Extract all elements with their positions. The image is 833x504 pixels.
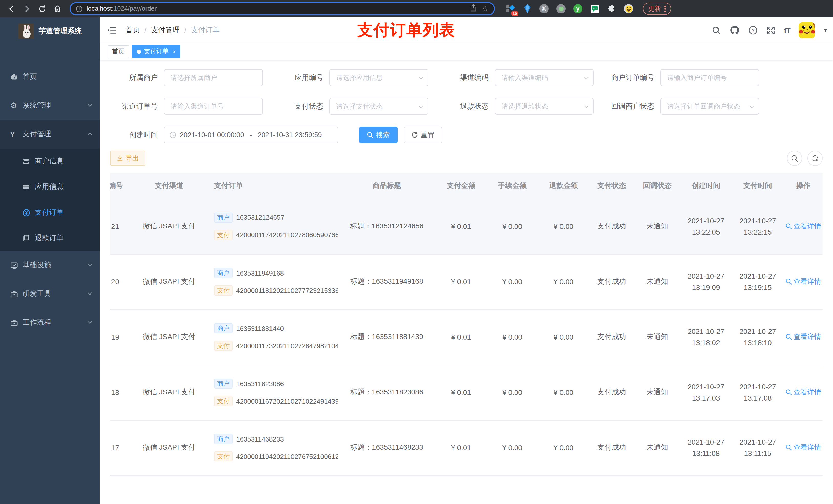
filter-label: 创建时间 bbox=[110, 130, 164, 140]
extension-y-icon[interactable]: y bbox=[573, 4, 583, 14]
breadcrumb-current: 支付订单 bbox=[191, 26, 220, 35]
orders-table: 编号 支付渠道 支付订单 商品标题 支付金额 手续金额 退款金额 支付状态 回调… bbox=[110, 173, 823, 504]
github-icon[interactable] bbox=[730, 25, 740, 35]
browser-update-button[interactable]: 更新 bbox=[643, 3, 671, 15]
view-detail-link[interactable]: 查看详情 bbox=[785, 388, 821, 397]
merchant-select-input[interactable] bbox=[164, 69, 263, 86]
breadcrumb-home[interactable]: 首页 bbox=[125, 26, 140, 35]
browser-reload-button[interactable] bbox=[36, 3, 48, 15]
view-detail-link[interactable]: 查看详情 bbox=[785, 277, 821, 286]
sidebar-item-label: 支付管理 bbox=[23, 129, 87, 139]
export-button[interactable]: 导出 bbox=[110, 150, 145, 166]
sidebar-item-devtools[interactable]: 研发工具 bbox=[0, 280, 100, 308]
tags-view: 首页 支付订单 × bbox=[100, 43, 833, 61]
share-icon[interactable] bbox=[470, 4, 477, 14]
refund-amount: ¥ 0.00 bbox=[538, 309, 589, 365]
reset-button[interactable]: 重置 bbox=[404, 126, 442, 143]
pay-amount: ¥ 0.01 bbox=[435, 199, 487, 254]
paid-time: 2021-10-2713:18:10 bbox=[732, 309, 784, 365]
font-size-icon[interactable]: tT bbox=[784, 26, 790, 34]
merchant-tag: 商户 bbox=[214, 379, 233, 389]
extension-gem-icon[interactable] bbox=[522, 4, 532, 14]
page-title-annotation: 支付订单列表 bbox=[357, 20, 455, 41]
sidebar-item-label: 应用信息 bbox=[35, 182, 93, 192]
site-info-icon[interactable] bbox=[76, 5, 82, 12]
extension-diamond-icon[interactable]: 10 bbox=[505, 4, 515, 14]
filter-label: 渠道编码 bbox=[441, 73, 495, 82]
sidebar-item-home[interactable]: 首页 bbox=[0, 63, 100, 91]
fee-amount: ¥ 0.00 bbox=[487, 365, 538, 420]
pay-status-select[interactable] bbox=[329, 98, 428, 115]
row-id: 17 bbox=[111, 443, 119, 452]
toggle-search-button[interactable] bbox=[787, 150, 802, 166]
yen-icon: ¥ bbox=[10, 130, 23, 139]
close-icon[interactable]: × bbox=[173, 48, 176, 54]
tab-pay-order[interactable]: 支付订单 × bbox=[132, 45, 181, 58]
fullscreen-icon[interactable] bbox=[767, 26, 776, 34]
pay-status: 支付成功 bbox=[589, 199, 634, 254]
sidebar-item-label: 工作流程 bbox=[23, 318, 87, 327]
search-button[interactable]: 搜索 bbox=[359, 126, 398, 143]
pay-channel: 微信 JSAPI 支付 bbox=[128, 199, 210, 254]
extension-chat-icon[interactable] bbox=[590, 4, 600, 14]
view-detail-link[interactable]: 查看详情 bbox=[785, 221, 821, 231]
channel-code-input[interactable] bbox=[495, 69, 594, 86]
notify-status: 未通知 bbox=[634, 365, 680, 420]
created-time: 2021-10-2713:22:05 bbox=[680, 199, 732, 254]
extension-icons: 10 ⌘ y bbox=[505, 4, 634, 14]
refresh-button[interactable] bbox=[807, 150, 823, 166]
browser-home-button[interactable] bbox=[51, 3, 64, 15]
refund-amount: ¥ 0.00 bbox=[538, 365, 589, 420]
bookmark-star-icon[interactable]: ☆ bbox=[482, 4, 489, 13]
browser-back-button[interactable] bbox=[5, 3, 18, 15]
sidebar-item-infrastructure[interactable]: 基础设施 bbox=[0, 251, 100, 280]
search-icon[interactable] bbox=[712, 26, 721, 34]
created-time-range-input[interactable]: 2021-10-01 00:00:00 - 2021-10-31 23:59:5… bbox=[164, 126, 338, 143]
filter-label: 所属商户 bbox=[110, 73, 164, 82]
app-select-input[interactable] bbox=[329, 69, 428, 86]
sidebar-item-system[interactable]: ⚙ 系统管理 bbox=[0, 91, 100, 120]
user-avatar[interactable] bbox=[799, 22, 815, 39]
merchant-order-no: 1635311823086 bbox=[236, 380, 284, 387]
extensions-puzzle-icon[interactable] bbox=[606, 4, 617, 14]
breadcrumb-pay[interactable]: 支付管理 bbox=[151, 26, 180, 35]
browser-menu-icon[interactable] bbox=[664, 5, 666, 12]
storefront-icon bbox=[23, 158, 35, 165]
screen: localhost:1024/pay/order ☆ 10 bbox=[0, 0, 833, 504]
sidebar-item-workflow[interactable]: 工作流程 bbox=[0, 308, 100, 337]
sidebar-item-merchant-info[interactable]: 商户信息 bbox=[0, 148, 100, 174]
sidebar-item-payment[interactable]: ¥ 支付管理 bbox=[0, 120, 100, 148]
extension-command-icon[interactable]: ⌘ bbox=[539, 4, 549, 14]
toolbox-icon bbox=[10, 319, 23, 327]
sidebar-item-pay-order[interactable]: 支付订单 bbox=[0, 200, 100, 225]
logo-rabbit-icon bbox=[18, 24, 33, 39]
row-id: 21 bbox=[111, 222, 119, 231]
view-detail-link[interactable]: 查看详情 bbox=[785, 443, 821, 452]
app-logo[interactable]: 芋道管理系统 bbox=[0, 18, 100, 45]
col-status: 支付状态 bbox=[589, 173, 634, 199]
paid-time: 2021-10-2713:22:15 bbox=[732, 199, 784, 254]
merchant-order-no-input[interactable] bbox=[660, 69, 759, 86]
created-time: 2021-10-2713:11:08 bbox=[680, 420, 732, 475]
col-actions: 操作 bbox=[784, 173, 823, 199]
tab-home[interactable]: 首页 bbox=[108, 45, 129, 58]
filter-label: 应用编号 bbox=[276, 73, 329, 82]
pay-order-no: 4200001174202110278060590766 bbox=[236, 231, 338, 239]
table-row-partial: 商户 1635311351736 bbox=[110, 475, 823, 504]
extension-record-icon[interactable] bbox=[556, 4, 566, 14]
sidebar-item-refund-order[interactable]: 退款订单 bbox=[0, 225, 100, 251]
profile-avatar-icon[interactable] bbox=[623, 4, 634, 14]
gear-icon: ⚙ bbox=[10, 101, 23, 110]
refund-status-select[interactable] bbox=[495, 98, 594, 115]
sidebar-item-application-info[interactable]: 应用信息 bbox=[0, 174, 100, 200]
avatar-caret-icon[interactable]: ▾ bbox=[824, 27, 827, 33]
sidebar-toggle-button[interactable] bbox=[106, 25, 117, 36]
address-bar[interactable]: localhost:1024/pay/order ☆ bbox=[70, 2, 495, 15]
notify-status-select[interactable] bbox=[660, 98, 759, 115]
help-icon[interactable]: ? bbox=[749, 26, 758, 35]
view-detail-link[interactable]: 查看详情 bbox=[785, 332, 821, 342]
browser-forward-button[interactable] bbox=[21, 3, 33, 15]
channel-order-no-input[interactable] bbox=[164, 98, 263, 115]
product-title: 标题：1635311468233 bbox=[338, 420, 435, 475]
chevron-down-icon bbox=[87, 261, 93, 269]
